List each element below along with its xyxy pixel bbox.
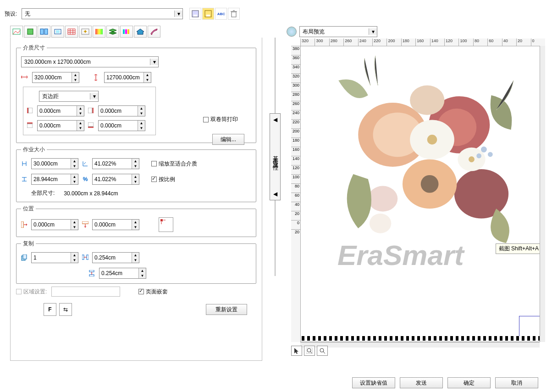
svg-rect-33 — [89, 275, 94, 276]
artwork-preview — [324, 51, 521, 248]
job-width-input[interactable]: ▲▼ — [31, 158, 78, 169]
svg-rect-8 — [44, 29, 48, 34]
svg-rect-30 — [82, 255, 84, 259]
svg-point-42 — [368, 186, 398, 212]
reset-button[interactable]: 重新设置 — [206, 304, 247, 315]
margin-left-icon — [27, 108, 33, 114]
svg-point-53 — [320, 348, 324, 352]
chevron-down-icon: ▾ — [369, 28, 377, 35]
tab-page[interactable] — [24, 26, 37, 38]
pointer-tool[interactable] — [291, 346, 302, 356]
fit-media-check[interactable]: 缩放至适合介质 — [151, 160, 197, 168]
svg-point-41 — [410, 85, 444, 115]
margin-type-combo[interactable]: 页边距 ▾ — [39, 91, 99, 102]
svg-rect-14 — [123, 29, 125, 34]
svg-rect-25 — [21, 221, 23, 228]
svg-rect-4 — [232, 12, 236, 17]
tab-stars[interactable]: ✦ — [79, 26, 92, 38]
tab-crop[interactable] — [51, 26, 64, 38]
area-input[interactable] — [51, 287, 120, 297]
tab-tile[interactable] — [38, 26, 50, 38]
tab-strip: ✦ — [10, 26, 160, 38]
total-size-label: 全部尺寸: — [31, 189, 55, 197]
pos-x-input[interactable]: ▲▼ — [31, 219, 78, 230]
svg-text:✦: ✦ — [83, 28, 88, 35]
svg-rect-32 — [89, 270, 94, 272]
tab-brush[interactable] — [148, 26, 160, 38]
selection-rect[interactable] — [519, 316, 541, 338]
svg-point-48 — [481, 147, 487, 153]
copy-gapy-input[interactable]: ▲▼ — [99, 268, 146, 279]
margin-top-icon — [27, 122, 33, 129]
copy-group: 复制 ▲▼ ▲▼ ▲▼ — [16, 240, 256, 284]
edit-button[interactable]: 编辑... — [212, 134, 244, 145]
defaults-button[interactable]: 设置缺省值 — [352, 377, 395, 388]
zoom-tool[interactable] — [317, 346, 328, 356]
preview-canvas[interactable]: EraSmart 截图 Shift+Alt+A — [300, 46, 545, 342]
margin-top-input[interactable]: ▲▼ — [37, 120, 84, 131]
save-icon[interactable] — [189, 8, 201, 20]
tab-colors[interactable] — [120, 26, 133, 38]
position-group: 位置 ▲▼ ▲▼ — [16, 205, 256, 237]
send-button[interactable]: 发送 — [400, 377, 443, 388]
svg-rect-15 — [125, 29, 127, 34]
gap-y-icon — [89, 270, 95, 276]
canvas-edge-pattern — [302, 336, 544, 341]
preset-label: 预设: — [5, 10, 17, 18]
clock-icon[interactable] — [287, 27, 297, 37]
link-icon-button[interactable]: ⇆ — [59, 303, 72, 316]
abc-icon[interactable]: ABC — [215, 8, 227, 20]
tab-home[interactable] — [134, 26, 147, 38]
tab-gradients[interactable] — [93, 26, 105, 38]
double-roll-check[interactable]: 双卷筒打印 — [203, 116, 238, 122]
copies-icon — [21, 254, 28, 261]
media-size-combo[interactable]: 320.000cm x 12700.000cm ▾ — [21, 56, 159, 67]
svg-rect-27 — [160, 219, 163, 221]
svg-point-50 — [476, 154, 481, 159]
cancel-button[interactable]: 取消 — [495, 377, 538, 388]
zoom-region-tool[interactable] — [304, 346, 315, 356]
horizontal-scrollbar[interactable] — [300, 342, 540, 348]
svg-rect-20 — [88, 108, 92, 113]
copy-count-input[interactable]: ▲▼ — [31, 252, 78, 263]
preset-combo[interactable]: 无 ▾ — [22, 8, 183, 19]
margin-right-input[interactable]: ▲▼ — [98, 105, 145, 116]
job-height-pct-input[interactable]: ▲▼ — [92, 174, 139, 185]
media-height-input[interactable]: ▲▼ — [104, 72, 151, 83]
copy-legend: 复制 — [21, 240, 36, 248]
svg-rect-7 — [40, 29, 44, 34]
save-as-icon[interactable] — [202, 8, 214, 20]
job-height-input[interactable]: ▲▼ — [31, 174, 78, 185]
svg-point-38 — [454, 169, 508, 219]
tab-grid[interactable] — [65, 26, 78, 38]
ruler-vertical: 3803603403203002802602402202001801601401… — [291, 46, 300, 342]
tab-layers[interactable] — [106, 26, 119, 38]
copy-gapx-input[interactable]: ▲▼ — [92, 252, 139, 263]
media-width-input[interactable]: ▲▼ — [32, 72, 79, 83]
keep-ratio-check[interactable]: 按比例 — [151, 176, 175, 183]
splitter-handle[interactable]: ◀ 基本作业属性 ◀ — [268, 38, 282, 276]
flip-f-button[interactable]: F — [44, 303, 56, 316]
svg-rect-31 — [87, 255, 88, 259]
tab-layout[interactable] — [10, 26, 23, 38]
percent-icon: % — [82, 176, 88, 182]
screenshot-tooltip: 截图 Shift+Alt+A — [496, 243, 542, 254]
anchor-button[interactable] — [159, 217, 173, 232]
job-width-pct-input[interactable]: ▲▼ — [92, 158, 139, 169]
width-icon — [21, 74, 28, 81]
delete-icon[interactable] — [228, 8, 240, 20]
vertical-scrollbar[interactable] — [540, 46, 545, 342]
margin-bottom-input[interactable]: ▲▼ — [98, 120, 145, 131]
pos-y-input[interactable]: ▲▼ — [92, 219, 139, 230]
svg-point-49 — [488, 152, 493, 157]
ok-button[interactable]: 确定 — [447, 377, 491, 388]
margin-left-input[interactable]: ▲▼ — [37, 105, 84, 116]
margin-right-icon — [88, 108, 94, 114]
svg-rect-13 — [95, 29, 103, 34]
area-check[interactable]: 区域设置: — [16, 288, 47, 296]
svg-point-43 — [370, 214, 391, 233]
svg-rect-1 — [193, 15, 197, 17]
preview-mode-combo[interactable]: 布局预览 ▾ — [299, 26, 377, 37]
page-nest-check[interactable]: 页面嵌套 — [138, 288, 168, 296]
triangle-left-icon: ◀ — [273, 191, 277, 197]
